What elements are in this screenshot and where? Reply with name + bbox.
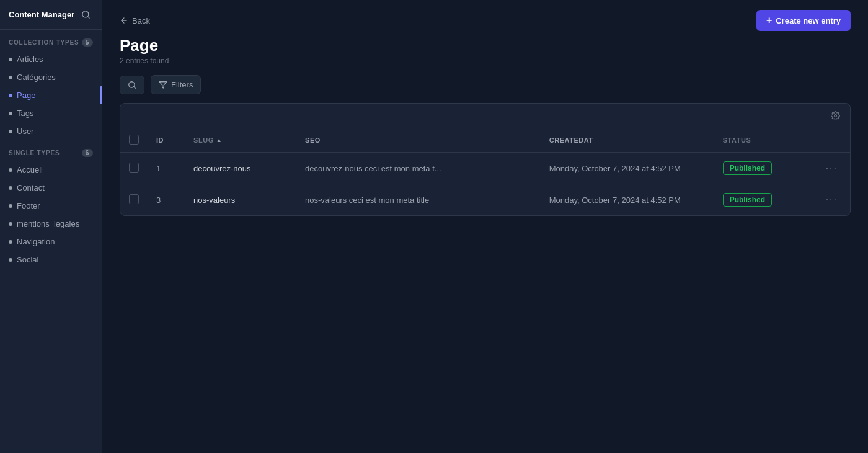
search-icon	[81, 10, 91, 19]
sidebar-item-tags[interactable]: Tags	[0, 104, 102, 122]
sidebar-item-contact[interactable]: Contact	[0, 179, 102, 197]
row2-checkbox-cell[interactable]	[120, 184, 148, 216]
row2-checkbox[interactable]	[129, 194, 139, 204]
row1-status: Published	[714, 153, 813, 184]
svg-point-6	[835, 115, 837, 117]
search-icon	[128, 81, 136, 89]
dot-icon	[9, 76, 12, 79]
row1-slug: decouvrez-nous	[185, 153, 296, 184]
dot-icon	[9, 168, 12, 172]
sort-arrow-icon: ▲	[216, 137, 222, 143]
table-wrapper: ID SLUG ▲ SEO CREATEDAT	[120, 103, 851, 216]
arrow-left-icon	[120, 16, 128, 25]
svg-line-4	[134, 86, 136, 88]
select-all-checkbox[interactable]	[129, 135, 139, 145]
sidebar-item-mentions-legales[interactable]: mentions_legales	[0, 215, 102, 233]
filters-button[interactable]: Filters	[151, 75, 201, 94]
row1-seo: decouvrez-nous ceci est mon meta t...	[296, 153, 541, 184]
sidebar: Content Manager COLLECTION TYPES 5 Artic…	[0, 0, 102, 453]
dot-icon	[9, 130, 12, 133]
collection-types-badge: 5	[82, 38, 93, 47]
row2-slug: nos-valeurs	[185, 184, 296, 216]
main-content: Back + Create new entry Page 2 entries f…	[102, 0, 868, 453]
create-new-entry-button[interactable]: + Create new entry	[756, 10, 851, 31]
table-row[interactable]: 1 decouvrez-nous decouvrez-nous ceci est…	[120, 153, 850, 184]
search-button[interactable]	[120, 76, 144, 94]
dot-icon	[9, 222, 12, 226]
row1-createdat: Monday, October 7, 2024 at 4:52 PM	[541, 153, 714, 184]
table-area: Filters	[102, 75, 868, 453]
page-title: Page	[120, 36, 851, 55]
sidebar-item-user[interactable]: User	[0, 122, 102, 140]
single-types-list: Accueil Contact Footer mentions_legales …	[0, 161, 102, 269]
dot-icon	[9, 94, 12, 97]
sidebar-title: Content Manager	[9, 10, 74, 19]
th-id: ID	[148, 128, 185, 153]
sidebar-item-categories[interactable]: Catégories	[0, 68, 102, 86]
status-badge: Published	[723, 193, 772, 207]
dot-icon	[9, 186, 12, 190]
th-slug[interactable]: SLUG ▲	[185, 128, 296, 153]
table-head: ID SLUG ▲ SEO CREATEDAT	[120, 128, 850, 153]
dot-icon	[9, 258, 12, 262]
th-status: STATUS	[714, 128, 813, 153]
entries-table: ID SLUG ▲ SEO CREATEDAT	[120, 128, 850, 215]
collection-types-section: COLLECTION TYPES 5	[0, 30, 102, 50]
th-select-all[interactable]	[120, 128, 148, 153]
row1-checkbox[interactable]	[129, 163, 139, 173]
row2-id: 3	[148, 184, 185, 216]
row1-checkbox-cell[interactable]	[120, 153, 148, 184]
row2-seo: nos-valeurs ceci est mon meta title	[296, 184, 541, 216]
settings-icon	[831, 111, 840, 120]
row1-id: 1	[148, 153, 185, 184]
dot-icon	[9, 240, 12, 244]
table-settings-button[interactable]	[828, 109, 843, 123]
sidebar-search-button[interactable]	[79, 7, 93, 22]
sidebar-item-social[interactable]: Social	[0, 251, 102, 269]
plus-icon: +	[766, 16, 772, 25]
row2-actions[interactable]: ···	[813, 184, 850, 216]
dot-icon	[9, 112, 12, 115]
sidebar-header: Content Manager	[0, 0, 102, 30]
table-topbar	[120, 104, 850, 128]
row2-createdat: Monday, October 7, 2024 at 4:52 PM	[541, 184, 714, 216]
page-header: Page 2 entries found	[102, 31, 868, 75]
sidebar-item-accueil[interactable]: Accueil	[0, 161, 102, 179]
row2-status: Published	[714, 184, 813, 216]
dot-icon	[9, 204, 12, 208]
table-row[interactable]: 3 nos-valeurs nos-valeurs ceci est mon m…	[120, 184, 850, 216]
sidebar-item-navigation[interactable]: Navigation	[0, 233, 102, 251]
sidebar-item-articles[interactable]: Articles	[0, 50, 102, 68]
filter-icon	[159, 81, 167, 89]
collection-types-list: Articles Catégories Page Tags User	[0, 50, 102, 140]
svg-line-1	[87, 16, 89, 18]
row1-more-button[interactable]: ···	[822, 161, 841, 175]
table-body: 1 decouvrez-nous decouvrez-nous ceci est…	[120, 153, 850, 216]
single-types-badge: 6	[82, 149, 93, 157]
th-createdat: CREATEDAT	[541, 128, 714, 153]
topbar: Back + Create new entry	[102, 0, 868, 31]
row1-actions[interactable]: ···	[813, 153, 850, 184]
sidebar-item-page[interactable]: Page	[0, 86, 102, 104]
th-seo: SEO	[296, 128, 541, 153]
row2-more-button[interactable]: ···	[822, 193, 841, 207]
toolbar: Filters	[120, 75, 851, 94]
svg-marker-5	[159, 81, 167, 88]
back-button[interactable]: Back	[120, 16, 150, 25]
status-badge: Published	[723, 161, 772, 175]
dot-icon	[9, 58, 12, 61]
th-actions	[813, 128, 850, 153]
single-types-section: SINGLE TYPES 6	[0, 140, 102, 161]
sidebar-item-footer[interactable]: Footer	[0, 197, 102, 215]
entries-count: 2 entries found	[120, 56, 851, 65]
